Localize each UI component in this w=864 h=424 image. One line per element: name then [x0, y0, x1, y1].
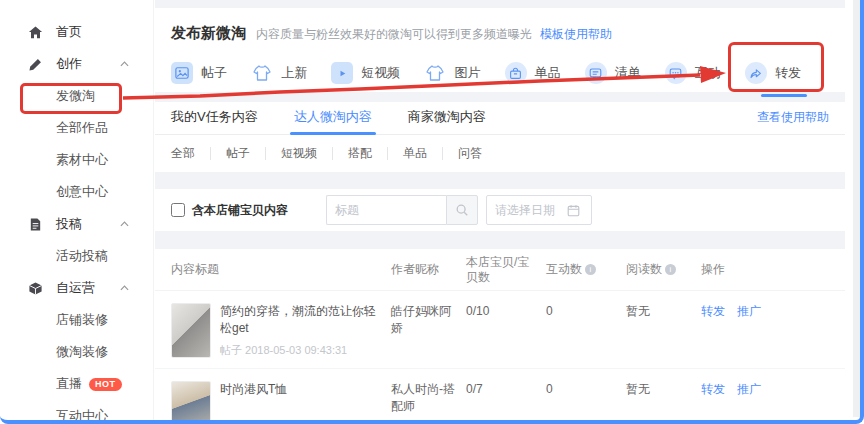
- home-icon: [28, 25, 43, 40]
- row-interactions: 0: [546, 381, 626, 421]
- sidebar-item-create[interactable]: 创作: [0, 48, 153, 80]
- tab-interaction[interactable]: 互动: [665, 56, 721, 90]
- tab-picture[interactable]: 图片: [424, 56, 480, 90]
- filter-tabs: 全部 帖子 短视频 搭配 单品 问答: [155, 135, 845, 172]
- tab-post[interactable]: 帖子: [171, 56, 227, 90]
- page-subtitle: 内容质量与粉丝效果好的微淘可以得到更多频道曝光: [256, 26, 532, 43]
- filter-single-item[interactable]: 单品: [403, 145, 427, 162]
- sidebar-item-live[interactable]: 直播 HOT: [0, 368, 153, 400]
- chevron-up-icon: [120, 61, 129, 67]
- row-interactions: 0: [546, 303, 626, 358]
- sidebar-item-label: 创作: [56, 55, 82, 73]
- tab-label: 互动: [695, 64, 721, 82]
- row-title[interactable]: 简约的穿搭，潮流的范让你轻松get: [220, 303, 377, 337]
- filter-short-video[interactable]: 短视频: [281, 145, 317, 162]
- filter-post[interactable]: 帖子: [226, 145, 250, 162]
- row-reads: 暂无: [626, 303, 701, 358]
- template-help-link[interactable]: 模板使用帮助: [540, 26, 612, 43]
- search-button[interactable]: [446, 195, 478, 225]
- row-title[interactable]: 时尚港风T恤: [220, 381, 347, 398]
- promote-link[interactable]: 推广: [737, 304, 761, 318]
- sidebar-item-label: 发微淘: [56, 87, 95, 105]
- sidebar-item-label: 活动投稿: [56, 247, 108, 265]
- col-header-actions: 操作: [701, 262, 845, 277]
- list-bubble-icon: [585, 62, 607, 84]
- tab-label: 转发: [775, 64, 801, 82]
- document-icon: [28, 217, 43, 232]
- row-meta: 帖子 2018-05-03 09:43:21: [220, 415, 347, 421]
- tab-label: 帖子: [201, 64, 227, 82]
- publish-header-panel: 发布新微淘 内容质量与粉丝效果好的微淘可以得到更多频道曝光 模板使用帮助 帖子 …: [155, 8, 845, 92]
- sidebar-item-interaction-center[interactable]: 互动中心: [0, 400, 153, 424]
- sidebar-item-fa-weitao[interactable]: 发微淘: [0, 80, 153, 112]
- filter-outfit[interactable]: 搭配: [348, 145, 372, 162]
- include-shop-items-checkbox[interactable]: [171, 203, 185, 217]
- sidebar-item-self-operation[interactable]: 自运营: [0, 272, 153, 304]
- sidebar-item-label: 素材中心: [56, 151, 108, 169]
- col-header-author: 作者昵称: [391, 262, 466, 277]
- tab-new-arrival[interactable]: 上新: [251, 56, 307, 90]
- col-header-reads: 阅读数i: [626, 262, 701, 277]
- sidebar-item-all-works[interactable]: 全部作品: [0, 112, 153, 144]
- chevron-up-icon: [120, 221, 129, 227]
- vertical-scrollbar[interactable]: [853, 0, 860, 417]
- date-input[interactable]: [495, 203, 567, 217]
- view-help-link[interactable]: 查看使用帮助: [757, 109, 829, 134]
- table-header: 内容标题 作者昵称 本店宝贝/宝贝数 互动数i 阅读数i 操作: [155, 249, 845, 291]
- info-icon[interactable]: i: [665, 264, 676, 275]
- chevron-up-icon: [120, 285, 129, 291]
- tab-forward[interactable]: 转发: [745, 56, 801, 90]
- filter-qa[interactable]: 问答: [458, 145, 482, 162]
- sidebar-item-label: 店铺装修: [56, 311, 108, 329]
- tab-label: 图片: [454, 64, 480, 82]
- date-picker[interactable]: [486, 195, 592, 225]
- title-search-input[interactable]: [326, 195, 446, 225]
- content-type-tabs: 帖子 上新 短视频 图片: [171, 56, 829, 90]
- chat-bubble-icon: [665, 62, 687, 84]
- tab-label: 清单: [615, 64, 641, 82]
- calendar-icon: [567, 204, 580, 217]
- divider: [332, 147, 333, 160]
- tab-label: 短视频: [361, 64, 400, 82]
- sidebar: 首页 创作 发微淘 全部作品 素材中心 创意中心 投稿 活动投稿 自运营 店铺装…: [0, 0, 154, 424]
- forward-link[interactable]: 转发: [701, 382, 725, 396]
- info-icon[interactable]: i: [585, 264, 596, 275]
- sidebar-item-label: 全部作品: [56, 119, 108, 137]
- tab-list[interactable]: 清单: [585, 56, 641, 90]
- forward-link[interactable]: 转发: [701, 304, 725, 318]
- promote-link[interactable]: 推广: [737, 382, 761, 396]
- tab-short-video[interactable]: 短视频: [331, 56, 400, 90]
- sidebar-item-submission[interactable]: 投稿: [0, 208, 153, 240]
- content-table: 内容标题 作者昵称 本店宝贝/宝贝数 互动数i 阅读数i 操作 简约的穿搭，潮流…: [155, 249, 845, 421]
- table-row: 时尚港风T恤 帖子 2018-05-03 09:43:21 私人时尚-搭配师 0…: [155, 369, 845, 421]
- row-author: 皓仔妈咪阿娇: [391, 303, 466, 358]
- tab-merchant-weitao-content[interactable]: 商家微淘内容: [408, 108, 486, 134]
- col-header-goods: 本店宝贝/宝贝数: [466, 255, 546, 285]
- bag-icon: [505, 62, 527, 84]
- divider: [265, 147, 266, 160]
- filter-all[interactable]: 全部: [171, 145, 195, 162]
- tab-label: 上新: [281, 64, 307, 82]
- sidebar-item-home[interactable]: 首页: [0, 16, 153, 48]
- sidebar-item-material-center[interactable]: 素材中心: [0, 144, 153, 176]
- sidebar-item-shop-decoration[interactable]: 店铺装修: [0, 304, 153, 336]
- page-title: 发布新微淘: [171, 24, 246, 43]
- col-header-title: 内容标题: [171, 262, 391, 277]
- sidebar-item-weitao-decoration[interactable]: 微淘装修: [0, 336, 153, 368]
- tab-my-v-task-content[interactable]: 我的V任务内容: [171, 108, 258, 134]
- main-content: 发布新微淘 内容质量与粉丝效果好的微淘可以得到更多频道曝光 模板使用帮助 帖子 …: [155, 0, 845, 421]
- row-reads: 暂无: [626, 381, 701, 421]
- sidebar-item-creative-center[interactable]: 创意中心: [0, 176, 153, 208]
- sidebar-item-label: 自运营: [56, 279, 95, 297]
- sidebar-item-activity-submission[interactable]: 活动投稿: [0, 240, 153, 272]
- sidebar-item-label: 首页: [56, 23, 82, 41]
- sidebar-item-label: 投稿: [56, 215, 82, 233]
- tab-daren-weitao-content[interactable]: 达人微淘内容: [294, 108, 372, 134]
- share-arrow-icon: [745, 62, 767, 84]
- search-panel: 含本店铺宝贝内容: [155, 189, 845, 231]
- post-image-icon: [171, 62, 193, 84]
- video-icon: [331, 62, 353, 84]
- tab-single-item[interactable]: 单品: [505, 56, 561, 90]
- sidebar-item-label: 互动中心: [56, 407, 108, 424]
- source-tabs: 我的V任务内容 达人微淘内容 商家微淘内容 查看使用帮助: [155, 102, 845, 135]
